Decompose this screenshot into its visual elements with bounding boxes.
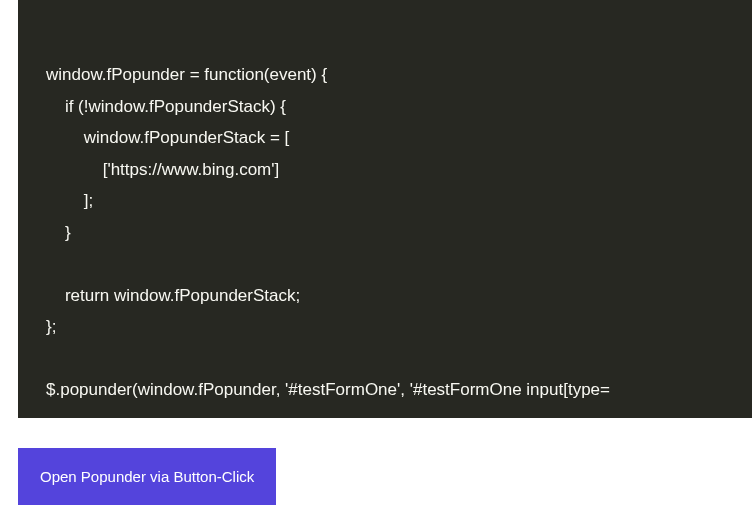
open-popunder-button[interactable]: Open Popunder via Button-Click [18, 448, 276, 505]
code-block: window.fPopunder = function(event) { if … [18, 0, 752, 418]
